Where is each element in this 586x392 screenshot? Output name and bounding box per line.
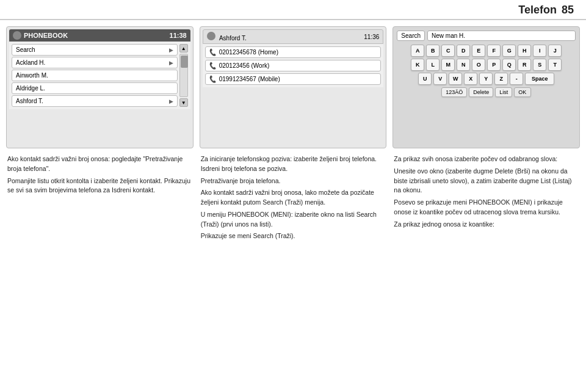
kb-key-space[interactable]: Space — [525, 73, 554, 85]
contact-name: Ashford T. — [219, 35, 247, 42]
col2-text: Za iniciranje telefonskog poziva: izaber… — [200, 153, 387, 245]
col3-text: Za prikaz svih onosa izaberite počev od … — [392, 153, 580, 233]
col3-para-1: Za prikaz svih onosa izaberite počev od … — [394, 154, 579, 164]
main-columns: PHONEBOOK 11:38 Search ▶ Ackland H. ▶ Ai… — [0, 20, 586, 390]
contact-num-0[interactable]: 📞 02012345678 (Home) — [205, 46, 382, 58]
phonebook-body: Search ▶ Ackland H. ▶ Ainworth M. Aldrid… — [9, 42, 190, 109]
kb-key-W[interactable]: W — [449, 73, 462, 85]
pb-row-1[interactable]: Ainworth M. — [12, 70, 178, 81]
phonebook-icon — [13, 31, 21, 40]
col1-para-2: Pomanjite listu otkrit kontolta i izaber… — [7, 176, 192, 196]
kb-search-bar: Search New man H. — [397, 31, 576, 41]
col3-para-2: Unesite ovo okno (izaberite dugme Delete… — [394, 167, 579, 195]
col3-para-3: Posevo se prikazuje meni PHONEBOOK (MENI… — [394, 198, 579, 217]
phonebook-title: PHONEBOOK — [24, 32, 68, 39]
pb-row-3[interactable]: Ashford T. ▶ — [12, 95, 178, 107]
pb-row-3-arrow: ▶ — [169, 98, 173, 104]
kb-key-Z[interactable]: Z — [494, 73, 508, 85]
contact-time: 11:36 — [364, 34, 379, 40]
contact-num-1-val: 020123456 (Work) — [219, 62, 270, 69]
phonebook-scrollbar: ▲ ▼ — [179, 44, 188, 107]
kb-key-F[interactable]: F — [487, 45, 501, 57]
phone-icon-1: 📞 — [209, 62, 217, 70]
col2-para-4: U meniju PHONEBOOK (MENI): izaberite okn… — [201, 210, 386, 230]
contact-num-2[interactable]: 📞 01991234567 (Mobile) — [205, 73, 382, 85]
kb-row-3: U V W X Y Z - Space — [397, 73, 576, 85]
kb-key-N[interactable]: N — [457, 59, 470, 71]
pb-row-2-name: Aldridge L. — [16, 85, 45, 92]
phone-icon-0: 📞 — [209, 48, 217, 56]
kb-key-G[interactable]: G — [502, 45, 516, 57]
col2-para-5: Prikazuje se meni Search (Traži). — [201, 231, 386, 241]
kb-key-C[interactable]: C — [441, 45, 455, 57]
col2-para-1: Za iniciranje telefonskog poziva: izaber… — [201, 154, 386, 174]
kb-key-P[interactable]: P — [487, 59, 501, 71]
kb-bottom-row: 123ÄÖ Delete List OK — [397, 87, 576, 97]
scroll-up-button[interactable]: ▲ — [179, 44, 188, 53]
pb-row-1-name: Ainworth M. — [16, 72, 48, 79]
kb-key-R[interactable]: R — [518, 59, 531, 71]
pb-search-row[interactable]: Search ▶ — [12, 44, 178, 56]
kb-search-label: Search — [397, 31, 425, 41]
phone-icon-2: 📞 — [209, 75, 217, 83]
col1-text: Ako kontakt sadrži važni broj onosa: pog… — [6, 153, 194, 199]
contact-screen: Ashford T. 11:36 📞 02012345678 (Home) 📞 … — [200, 26, 387, 148]
pb-row-2[interactable]: Aldridge L. — [12, 82, 178, 94]
kb-key-V[interactable]: V — [433, 73, 447, 85]
contact-body: 📞 02012345678 (Home) 📞 020123456 (Work) … — [203, 44, 384, 87]
page-header: Telefon 85 — [0, 0, 586, 20]
kb-key-L[interactable]: L — [426, 59, 440, 71]
keyboard-screen: Search New man H. A B C D E F G H I J — [392, 26, 580, 148]
kb-key-J[interactable]: J — [548, 45, 562, 57]
kb-key-B[interactable]: B — [426, 45, 440, 57]
phonebook-list: Search ▶ Ackland H. ▶ Ainworth M. Aldrid… — [12, 44, 178, 107]
phonebook-title-group: PHONEBOOK — [13, 31, 68, 40]
contact-header: Ashford T. 11:36 — [203, 29, 384, 44]
phonebook-header: PHONEBOOK 11:38 — [9, 29, 190, 42]
scroll-down-button[interactable]: ▼ — [179, 98, 188, 107]
kb-key-A[interactable]: A — [411, 45, 424, 57]
kb-key-H[interactable]: H — [518, 45, 531, 57]
kb-search-input[interactable]: New man H. — [427, 31, 576, 41]
pb-row-0-arrow: ▶ — [169, 60, 173, 66]
kb-key-dash[interactable]: - — [510, 73, 523, 85]
pb-search-arrow: ▶ — [169, 47, 173, 53]
scroll-track — [179, 54, 188, 97]
kb-btn-ok[interactable]: OK — [514, 87, 531, 97]
kb-key-X[interactable]: X — [464, 73, 477, 85]
kb-row-2: K L M N O P Q R S T — [397, 59, 576, 71]
scroll-thumb — [181, 56, 188, 68]
kb-key-M[interactable]: M — [441, 59, 455, 71]
kb-key-S[interactable]: S — [533, 59, 546, 71]
kb-btn-123[interactable]: 123ÄÖ — [441, 87, 467, 97]
kb-btn-list[interactable]: List — [495, 87, 512, 97]
phonebook-screen: PHONEBOOK 11:38 Search ▶ Ackland H. ▶ Ai… — [6, 26, 194, 148]
contact-num-1[interactable]: 📞 020123456 (Work) — [205, 60, 382, 71]
pb-search-label: Search — [16, 46, 35, 53]
pb-row-0-name: Ackland H. — [16, 59, 45, 66]
contact-num-0-val: 02012345678 (Home) — [219, 49, 278, 56]
kb-key-Y[interactable]: Y — [479, 73, 493, 85]
page-title: Telefon — [518, 4, 557, 16]
kb-key-E[interactable]: E — [472, 45, 485, 57]
page-number: 85 — [562, 4, 574, 16]
kb-key-T[interactable]: T — [548, 59, 562, 71]
kb-key-Q[interactable]: Q — [502, 59, 516, 71]
col2-para-3: Ako kontakt sadrži važni broj onosa, lak… — [201, 188, 386, 208]
pb-row-3-name: Ashford T. — [16, 98, 43, 104]
kb-key-O[interactable]: O — [472, 59, 485, 71]
pb-row-0[interactable]: Ackland H. ▶ — [12, 57, 178, 68]
phonebook-time: 11:38 — [170, 32, 187, 39]
col-1: PHONEBOOK 11:38 Search ▶ Ackland H. ▶ Ai… — [6, 26, 194, 390]
contact-icon — [207, 32, 215, 40]
kb-rows: A B C D E F G H I J K L M N O — [397, 45, 576, 85]
col3-para-4: Za prikaz jednog onosa iz koantike: — [394, 220, 579, 230]
kb-key-K[interactable]: K — [411, 59, 424, 71]
kb-key-I[interactable]: I — [533, 45, 546, 57]
col1-para-1: Ako kontakt sadrži važni broj onosa: pog… — [7, 154, 192, 174]
kb-key-U[interactable]: U — [418, 73, 432, 85]
kb-btn-delete[interactable]: Delete — [469, 87, 493, 97]
kb-key-D[interactable]: D — [457, 45, 470, 57]
kb-row-1: A B C D E F G H I J — [397, 45, 576, 57]
col2-para-2: Pretraživanje broja telefona. — [201, 176, 386, 186]
